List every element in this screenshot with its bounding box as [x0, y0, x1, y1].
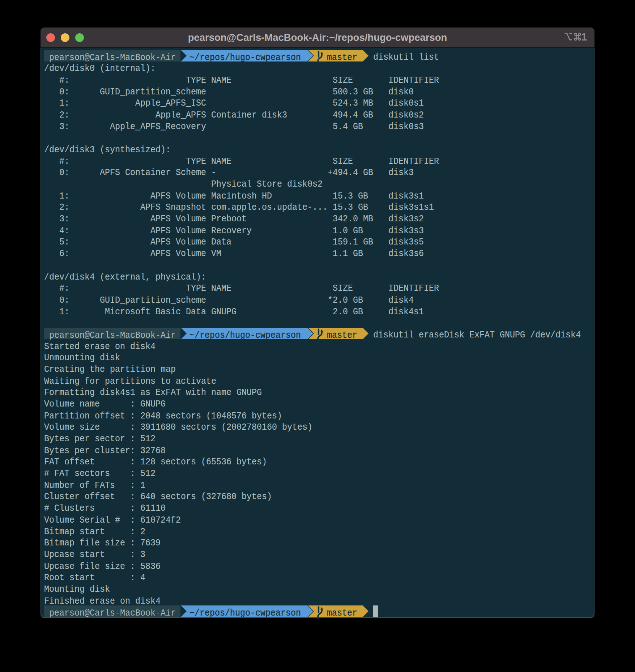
svg-text:1: 1: [581, 32, 587, 43]
